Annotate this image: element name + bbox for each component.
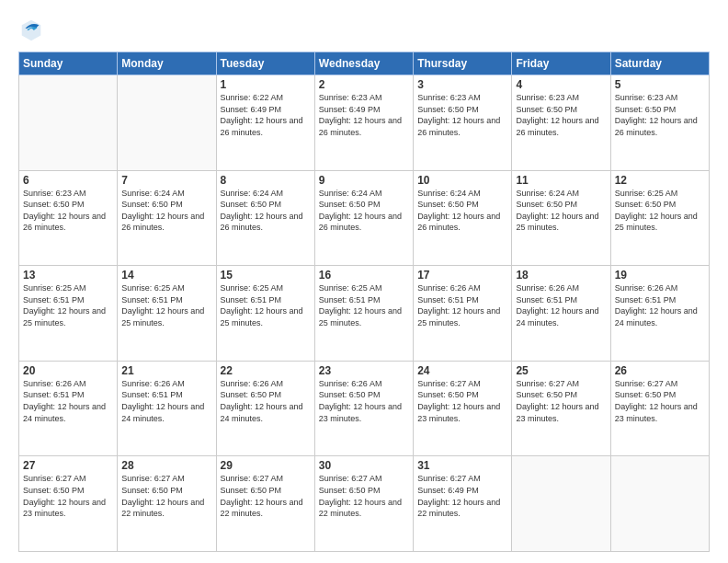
day-info: Sunrise: 6:24 AM Sunset: 6:50 PM Dayligh…: [319, 188, 409, 234]
day-info: Sunrise: 6:23 AM Sunset: 6:49 PM Dayligh…: [319, 92, 409, 138]
day-info: Sunrise: 6:26 AM Sunset: 6:51 PM Dayligh…: [23, 378, 113, 424]
calendar-cell: 12Sunrise: 6:25 AM Sunset: 6:50 PM Dayli…: [610, 170, 709, 266]
weekday-header-row: SundayMondayTuesdayWednesdayThursdayFrid…: [19, 52, 710, 75]
day-number: 1: [221, 78, 311, 91]
day-number: 2: [319, 78, 409, 91]
day-info: Sunrise: 6:23 AM Sunset: 6:50 PM Dayligh…: [23, 188, 113, 234]
calendar-cell: 15Sunrise: 6:25 AM Sunset: 6:51 PM Dayli…: [216, 266, 314, 362]
day-info: Sunrise: 6:26 AM Sunset: 6:51 PM Dayligh…: [417, 282, 507, 328]
calendar-cell: 2Sunrise: 6:23 AM Sunset: 6:49 PM Daylig…: [314, 75, 413, 171]
calendar-cell: 18Sunrise: 6:26 AM Sunset: 6:51 PM Dayli…: [512, 266, 610, 362]
weekday-header: Sunday: [19, 52, 118, 75]
day-info: Sunrise: 6:22 AM Sunset: 6:49 PM Dayligh…: [221, 92, 311, 138]
day-info: Sunrise: 6:27 AM Sunset: 6:49 PM Dayligh…: [417, 473, 507, 519]
calendar-cell: 11Sunrise: 6:24 AM Sunset: 6:50 PM Dayli…: [512, 170, 610, 266]
calendar-cell: 16Sunrise: 6:25 AM Sunset: 6:51 PM Dayli…: [314, 266, 413, 362]
calendar-cell: [118, 75, 216, 171]
day-number: 31: [417, 459, 507, 472]
day-number: 29: [221, 459, 311, 472]
day-number: 30: [319, 459, 409, 472]
calendar-cell: 19Sunrise: 6:26 AM Sunset: 6:51 PM Dayli…: [610, 266, 709, 362]
day-info: Sunrise: 6:25 AM Sunset: 6:51 PM Dayligh…: [319, 282, 409, 328]
day-number: 19: [615, 269, 705, 282]
day-number: 24: [417, 364, 507, 377]
calendar-week-row: 20Sunrise: 6:26 AM Sunset: 6:51 PM Dayli…: [19, 361, 710, 456]
day-info: Sunrise: 6:26 AM Sunset: 6:51 PM Dayligh…: [516, 282, 606, 328]
calendar-cell: 10Sunrise: 6:24 AM Sunset: 6:50 PM Dayli…: [414, 170, 512, 266]
calendar-cell: 31Sunrise: 6:27 AM Sunset: 6:49 PM Dayli…: [414, 456, 512, 552]
day-number: 18: [516, 269, 606, 282]
day-number: 5: [615, 78, 705, 91]
day-number: 6: [23, 174, 113, 187]
day-number: 23: [319, 364, 409, 377]
calendar-cell: 6Sunrise: 6:23 AM Sunset: 6:50 PM Daylig…: [19, 170, 118, 266]
day-number: 20: [23, 364, 113, 377]
day-info: Sunrise: 6:27 AM Sunset: 6:50 PM Dayligh…: [319, 473, 409, 519]
day-number: 14: [121, 269, 211, 282]
day-number: 21: [121, 364, 211, 377]
calendar-cell: 25Sunrise: 6:27 AM Sunset: 6:50 PM Dayli…: [512, 361, 610, 456]
day-info: Sunrise: 6:27 AM Sunset: 6:50 PM Dayligh…: [121, 473, 211, 519]
calendar-week-row: 1Sunrise: 6:22 AM Sunset: 6:49 PM Daylig…: [19, 75, 710, 171]
day-info: Sunrise: 6:24 AM Sunset: 6:50 PM Dayligh…: [121, 188, 211, 234]
calendar-cell: 26Sunrise: 6:27 AM Sunset: 6:50 PM Dayli…: [610, 361, 709, 456]
day-info: Sunrise: 6:23 AM Sunset: 6:50 PM Dayligh…: [417, 92, 507, 138]
day-info: Sunrise: 6:24 AM Sunset: 6:50 PM Dayligh…: [221, 188, 311, 234]
day-info: Sunrise: 6:25 AM Sunset: 6:51 PM Dayligh…: [221, 282, 311, 328]
day-info: Sunrise: 6:26 AM Sunset: 6:51 PM Dayligh…: [121, 378, 211, 424]
day-info: Sunrise: 6:27 AM Sunset: 6:50 PM Dayligh…: [615, 378, 705, 424]
day-info: Sunrise: 6:23 AM Sunset: 6:50 PM Dayligh…: [516, 92, 606, 138]
day-number: 25: [516, 364, 606, 377]
weekday-header: Monday: [118, 52, 216, 75]
calendar-cell: 3Sunrise: 6:23 AM Sunset: 6:50 PM Daylig…: [414, 75, 512, 171]
calendar-cell: 21Sunrise: 6:26 AM Sunset: 6:51 PM Dayli…: [118, 361, 216, 456]
day-number: 7: [121, 174, 211, 187]
calendar-cell: 4Sunrise: 6:23 AM Sunset: 6:50 PM Daylig…: [512, 75, 610, 171]
calendar-cell: 20Sunrise: 6:26 AM Sunset: 6:51 PM Dayli…: [19, 361, 118, 456]
day-info: Sunrise: 6:25 AM Sunset: 6:51 PM Dayligh…: [121, 282, 211, 328]
calendar-cell: 23Sunrise: 6:26 AM Sunset: 6:50 PM Dayli…: [314, 361, 413, 456]
day-number: 26: [615, 364, 705, 377]
day-info: Sunrise: 6:26 AM Sunset: 6:50 PM Dayligh…: [221, 378, 311, 424]
weekday-header: Wednesday: [314, 52, 413, 75]
calendar-cell: 27Sunrise: 6:27 AM Sunset: 6:50 PM Dayli…: [19, 456, 118, 552]
day-number: 11: [516, 174, 606, 187]
weekday-header: Saturday: [610, 52, 709, 75]
calendar-cell: 24Sunrise: 6:27 AM Sunset: 6:50 PM Dayli…: [414, 361, 512, 456]
calendar-cell: 17Sunrise: 6:26 AM Sunset: 6:51 PM Dayli…: [414, 266, 512, 362]
day-info: Sunrise: 6:25 AM Sunset: 6:50 PM Dayligh…: [615, 188, 705, 234]
day-info: Sunrise: 6:27 AM Sunset: 6:50 PM Dayligh…: [221, 473, 311, 519]
day-info: Sunrise: 6:24 AM Sunset: 6:50 PM Dayligh…: [417, 188, 507, 234]
calendar-cell: 5Sunrise: 6:23 AM Sunset: 6:50 PM Daylig…: [610, 75, 709, 171]
day-number: 9: [319, 174, 409, 187]
day-info: Sunrise: 6:27 AM Sunset: 6:50 PM Dayligh…: [417, 378, 507, 424]
calendar-cell: 8Sunrise: 6:24 AM Sunset: 6:50 PM Daylig…: [216, 170, 314, 266]
day-number: 22: [221, 364, 311, 377]
svg-marker-0: [22, 20, 41, 40]
day-number: 8: [221, 174, 311, 187]
calendar-week-row: 6Sunrise: 6:23 AM Sunset: 6:50 PM Daylig…: [19, 170, 710, 266]
day-number: 28: [121, 459, 211, 472]
weekday-header: Tuesday: [216, 52, 314, 75]
calendar-cell: 29Sunrise: 6:27 AM Sunset: 6:50 PM Dayli…: [216, 456, 314, 552]
weekday-header: Friday: [512, 52, 610, 75]
day-info: Sunrise: 6:27 AM Sunset: 6:50 PM Dayligh…: [23, 473, 113, 519]
day-info: Sunrise: 6:26 AM Sunset: 6:50 PM Dayligh…: [319, 378, 409, 424]
calendar-week-row: 13Sunrise: 6:25 AM Sunset: 6:51 PM Dayli…: [19, 266, 710, 362]
day-number: 10: [417, 174, 507, 187]
weekday-header: Thursday: [414, 52, 512, 75]
header: [18, 17, 710, 42]
day-number: 4: [516, 78, 606, 91]
calendar-week-row: 27Sunrise: 6:27 AM Sunset: 6:50 PM Dayli…: [19, 456, 710, 552]
calendar-table: SundayMondayTuesdayWednesdayThursdayFrid…: [18, 52, 710, 552]
calendar-cell: 28Sunrise: 6:27 AM Sunset: 6:50 PM Dayli…: [118, 456, 216, 552]
calendar-cell: 14Sunrise: 6:25 AM Sunset: 6:51 PM Dayli…: [118, 266, 216, 362]
logo: [18, 17, 48, 42]
day-number: 12: [615, 174, 705, 187]
calendar-cell: 9Sunrise: 6:24 AM Sunset: 6:50 PM Daylig…: [314, 170, 413, 266]
logo-icon: [18, 17, 44, 42]
calendar-cell: 30Sunrise: 6:27 AM Sunset: 6:50 PM Dayli…: [314, 456, 413, 552]
calendar-cell: 7Sunrise: 6:24 AM Sunset: 6:50 PM Daylig…: [118, 170, 216, 266]
day-info: Sunrise: 6:23 AM Sunset: 6:50 PM Dayligh…: [615, 92, 705, 138]
calendar-cell: [512, 456, 610, 552]
